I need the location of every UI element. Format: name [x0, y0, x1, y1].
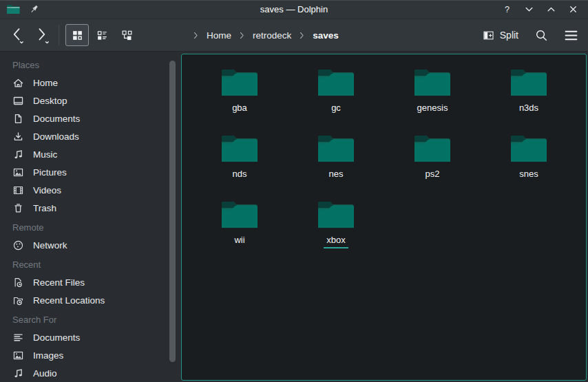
folder-item-gc[interactable]: gc: [288, 65, 384, 131]
folder-icon: [413, 66, 452, 98]
split-button[interactable]: Split: [483, 30, 518, 41]
folder-label: gc: [328, 103, 344, 116]
recent-locations-icon: [12, 295, 24, 306]
minimize-button[interactable]: [524, 4, 534, 14]
breadcrumb-item[interactable]: Home: [207, 30, 231, 41]
sidebar-item-music[interactable]: Music: [0, 145, 178, 163]
film-icon: [12, 184, 24, 196]
places-panel: Places Home Desktop Documents Downloads …: [0, 52, 178, 382]
breadcrumb-item[interactable]: retrodeck: [253, 30, 291, 41]
sidebar-scrollbar: [169, 61, 176, 362]
maximize-button[interactable]: [546, 4, 556, 14]
sidebar-scrollbar-thumb[interactable]: [169, 61, 176, 362]
toolbar: Home retrodeck saves Split: [0, 19, 588, 52]
tree-view-button[interactable]: [115, 24, 138, 46]
folder-icon: [317, 66, 355, 98]
network-icon: [12, 240, 24, 251]
trash-icon: [12, 202, 24, 214]
sidebar-item-documents[interactable]: Documents: [0, 328, 178, 346]
desktop-icon: [12, 95, 24, 107]
nav-buttons: [8, 26, 50, 44]
titlebar-left: [0, 3, 39, 15]
dolphin-window: saves — Dolphin ? Home retrodeck saves S…: [0, 0, 588, 382]
folder-label: nes: [326, 169, 346, 182]
view-mode-buttons: [65, 24, 138, 46]
sidebar-item-network[interactable]: Network: [0, 236, 178, 254]
recent-files-icon: [12, 277, 24, 288]
folder-icon: [220, 66, 259, 98]
sidebar-item-trash[interactable]: Trash: [0, 199, 178, 217]
folder-label: genesis: [414, 103, 451, 116]
sidebar-section-header: Recent: [0, 257, 178, 273]
sidebar-section: Remote Network: [0, 220, 178, 254]
window-controls: ?: [502, 4, 588, 14]
sidebar-item-audio[interactable]: Audio: [0, 364, 178, 382]
close-button[interactable]: [568, 4, 578, 14]
folder-label: nds: [230, 169, 250, 182]
toolbar-right: Split: [483, 29, 578, 42]
sidebar-section: Search For Documents Images Audio: [0, 312, 178, 382]
details-view-button[interactable]: [90, 24, 114, 46]
sidebar-item-recent-locations[interactable]: Recent Locations: [0, 291, 178, 309]
folder-item-ps2[interactable]: ps2: [384, 131, 481, 198]
split-button-label: Split: [500, 30, 518, 41]
folder-icon: [317, 132, 355, 164]
pin-icon[interactable]: [29, 4, 39, 14]
folder-icon: [510, 66, 548, 98]
folder-label: snes: [516, 169, 540, 182]
breadcrumb: Home retrodeck saves: [191, 30, 339, 41]
sidebar-item-pictures[interactable]: Pictures: [0, 163, 178, 181]
folder-item-xbox[interactable]: xbox: [288, 198, 384, 264]
document-icon: [12, 113, 24, 125]
folder-icon: [220, 132, 259, 164]
sidebar-item-home[interactable]: Home: [0, 74, 178, 92]
folder-label: gba: [229, 103, 250, 116]
folder-view: gba gc genesis n3ds nds nes ps2 snes wii…: [181, 54, 587, 381]
folder-icon: [413, 132, 452, 164]
folder-icon: [510, 132, 548, 164]
window-title: saves — Dolphin: [0, 4, 588, 14]
breadcrumb-item[interactable]: saves: [313, 30, 339, 41]
folder-label: xbox: [324, 235, 348, 248]
toolbar-separator: [59, 25, 59, 45]
download-icon: [12, 131, 24, 142]
sidebar-item-downloads[interactable]: Downloads: [0, 127, 178, 145]
folder-item-n3ds[interactable]: n3ds: [481, 65, 577, 131]
sidebar-section-header: Remote: [0, 220, 178, 236]
split-view-icon: [483, 30, 494, 41]
svg-text:?: ?: [505, 5, 510, 14]
home-icon: [12, 77, 24, 89]
back-button[interactable]: [8, 26, 25, 44]
folder-label: wii: [231, 235, 247, 248]
sidebar-section: Recent Recent Files Recent Locations: [0, 257, 178, 309]
sidebar-section: Places Home Desktop Documents Downloads …: [0, 57, 178, 217]
sidebar-section-header: Search For: [0, 312, 178, 328]
sidebar-section-header: Places: [0, 57, 178, 74]
image-icon: [12, 167, 24, 178]
folder-item-nes[interactable]: nes: [288, 131, 384, 198]
icons-view-button[interactable]: [65, 24, 89, 46]
folder-icon: [220, 198, 259, 230]
sidebar-item-desktop[interactable]: Desktop: [0, 92, 178, 109]
search-icon[interactable]: [535, 29, 548, 42]
music-note-icon: [12, 368, 24, 379]
sidebar-item-recent-files[interactable]: Recent Files: [0, 273, 178, 291]
folder-label: ps2: [423, 169, 443, 182]
music-note-icon: [12, 149, 24, 160]
folder-item-snes[interactable]: snes: [481, 131, 577, 198]
folder-item-nds[interactable]: nds: [191, 131, 288, 198]
breadcrumb-chevron-icon: [238, 31, 246, 40]
app-folder-icon: [6, 3, 20, 15]
hamburger-menu-icon[interactable]: [565, 29, 578, 42]
help-button[interactable]: ?: [502, 4, 512, 14]
sidebar-item-videos[interactable]: Videos: [0, 181, 178, 199]
titlebar: saves — Dolphin ?: [0, 0, 588, 19]
text-lines-icon: [12, 332, 24, 343]
folder-item-wii[interactable]: wii: [191, 198, 288, 264]
sidebar-item-documents[interactable]: Documents: [0, 109, 178, 127]
sidebar-item-images[interactable]: Images: [0, 346, 178, 364]
breadcrumb-chevron-icon: [191, 31, 200, 40]
forward-button[interactable]: [34, 26, 50, 44]
folder-item-genesis[interactable]: genesis: [384, 65, 481, 131]
folder-item-gba[interactable]: gba: [191, 65, 288, 131]
